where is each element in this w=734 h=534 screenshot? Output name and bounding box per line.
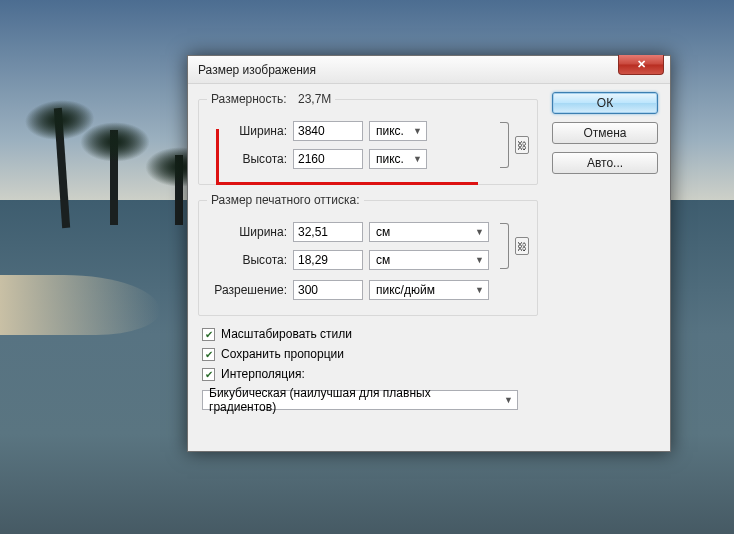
height-label: Высота: (207, 152, 293, 166)
chevron-down-icon: ▼ (475, 285, 484, 295)
pixel-dimensions-group: Размерность: 23,7M Ширина: пикс. ▼ (198, 92, 538, 185)
link-bracket (499, 217, 513, 275)
checkbox-icon: ✔ (202, 368, 215, 381)
chevron-down-icon: ▼ (475, 255, 484, 265)
close-button[interactable]: ✕ (618, 55, 664, 75)
link-icon[interactable]: ⛓ (515, 237, 529, 255)
document-size-group: Размер печатного оттиска: Ширина: см ▼ (198, 193, 538, 316)
checkbox-icon: ✔ (202, 348, 215, 361)
print-height-label: Высота: (207, 253, 293, 267)
dimensions-size: 23,7M (298, 92, 331, 106)
image-size-dialog: Размер изображения ✕ Размерность: 23,7M … (187, 55, 671, 452)
interpolation-checkbox[interactable]: ✔ Интерполяция: (202, 364, 538, 384)
scale-styles-checkbox[interactable]: ✔ Масштабировать стили (202, 324, 538, 344)
chevron-down-icon: ▼ (475, 227, 484, 237)
close-icon: ✕ (637, 58, 646, 71)
constrain-proportions-checkbox[interactable]: ✔ Сохранить пропорции (202, 344, 538, 364)
pixel-height-input[interactable] (293, 149, 363, 169)
dimensions-legend: Размерность: (211, 92, 287, 106)
link-icon[interactable]: ⛓ (515, 136, 529, 154)
print-legend: Размер печатного оттиска: (207, 193, 364, 207)
chevron-down-icon: ▼ (413, 154, 422, 164)
titlebar[interactable]: Размер изображения ✕ (188, 56, 670, 84)
chevron-down-icon: ▼ (413, 126, 422, 136)
interpolation-method-select[interactable]: Бикубическая (наилучшая для плавных град… (202, 390, 518, 410)
print-width-unit-select[interactable]: см ▼ (369, 222, 489, 242)
ok-button[interactable]: ОК (552, 92, 658, 114)
annotation-mark (216, 129, 219, 185)
resolution-label: Разрешение: (207, 283, 293, 297)
resolution-unit-select[interactable]: пикс/дюйм ▼ (369, 280, 489, 300)
pixel-height-unit-select[interactable]: пикс. ▼ (369, 149, 427, 169)
print-width-input[interactable] (293, 222, 363, 242)
link-bracket (499, 116, 513, 174)
print-width-label: Ширина: (207, 225, 293, 239)
pixel-width-input[interactable] (293, 121, 363, 141)
pixel-width-unit-select[interactable]: пикс. ▼ (369, 121, 427, 141)
annotation-mark (216, 182, 478, 185)
auto-button[interactable]: Авто... (552, 152, 658, 174)
checkbox-icon: ✔ (202, 328, 215, 341)
dialog-title: Размер изображения (198, 63, 316, 77)
resolution-input[interactable] (293, 280, 363, 300)
cancel-button[interactable]: Отмена (552, 122, 658, 144)
print-height-input[interactable] (293, 250, 363, 270)
width-label: Ширина: (207, 124, 293, 138)
print-height-unit-select[interactable]: см ▼ (369, 250, 489, 270)
chevron-down-icon: ▼ (504, 395, 513, 405)
